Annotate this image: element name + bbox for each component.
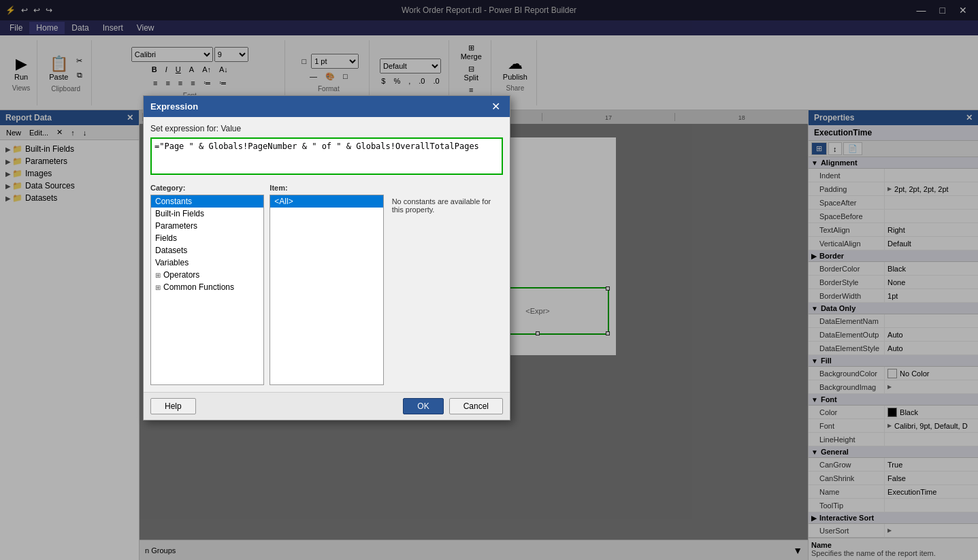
expand-operators-icon: ⊞ [155, 271, 161, 279]
category-built-in-fields-label: Built-in Fields [155, 209, 204, 218]
category-variables[interactable]: Variables [151, 257, 263, 269]
dialog-title: Expression [150, 101, 198, 112]
dialog-overlay: Expression ✕ Set expression for: Value =… [0, 0, 978, 560]
category-fields[interactable]: Fields [151, 232, 263, 244]
footer-spacer [201, 398, 398, 414]
category-column: Category: Constants Built-in Fields Para… [150, 184, 264, 385]
category-parameters[interactable]: Parameters [151, 220, 263, 232]
category-built-in-fields[interactable]: Built-in Fields [151, 208, 263, 220]
category-variables-label: Variables [155, 258, 189, 267]
description-column: No constants are available for this prop… [389, 184, 503, 385]
dialog-body: Set expression for: Value ="Page " & Glo… [144, 117, 510, 392]
expression-label: Set expression for: Value [150, 124, 503, 133]
item-column: Item: <All> [270, 184, 383, 385]
category-common-functions[interactable]: ⊞ Common Functions [151, 281, 263, 293]
dialog-footer: Help OK Cancel [144, 392, 510, 420]
dialog-titlebar: Expression ✕ [144, 96, 510, 117]
item-listbox[interactable]: <All> [270, 195, 383, 385]
expand-common-functions-icon: ⊞ [155, 284, 161, 291]
category-fields-label: Fields [155, 233, 177, 243]
ok-button[interactable]: OK [403, 398, 443, 414]
category-operators-label: Operators [163, 270, 199, 280]
dialog-close-button[interactable]: ✕ [489, 100, 503, 113]
dialog-columns: Category: Constants Built-in Fields Para… [150, 184, 503, 385]
category-datasets[interactable]: Datasets [151, 244, 263, 257]
item-label: Item: [270, 184, 383, 192]
help-button[interactable]: Help [150, 398, 196, 414]
category-datasets-label: Datasets [155, 246, 187, 255]
item-all[interactable]: <All> [270, 195, 382, 208]
category-operators[interactable]: ⊞ Operators [151, 269, 263, 281]
category-label: Category: [150, 184, 264, 192]
description-col-label [389, 184, 503, 192]
cancel-button[interactable]: Cancel [449, 398, 503, 414]
expression-textarea[interactable]: ="Page " & Globals!PageNumber & " of " &… [150, 137, 503, 175]
category-listbox[interactable]: Constants Built-in Fields Parameters Fie… [150, 195, 264, 385]
category-common-functions-label: Common Functions [163, 282, 234, 292]
expression-dialog: Expression ✕ Set expression for: Value =… [143, 95, 510, 421]
category-constants[interactable]: Constants [151, 195, 263, 208]
category-constants-label: Constants [155, 197, 192, 206]
category-parameters-label: Parameters [155, 221, 197, 231]
item-all-label: <All> [274, 197, 293, 206]
no-items-message: No constants are available for this prop… [389, 195, 503, 216]
